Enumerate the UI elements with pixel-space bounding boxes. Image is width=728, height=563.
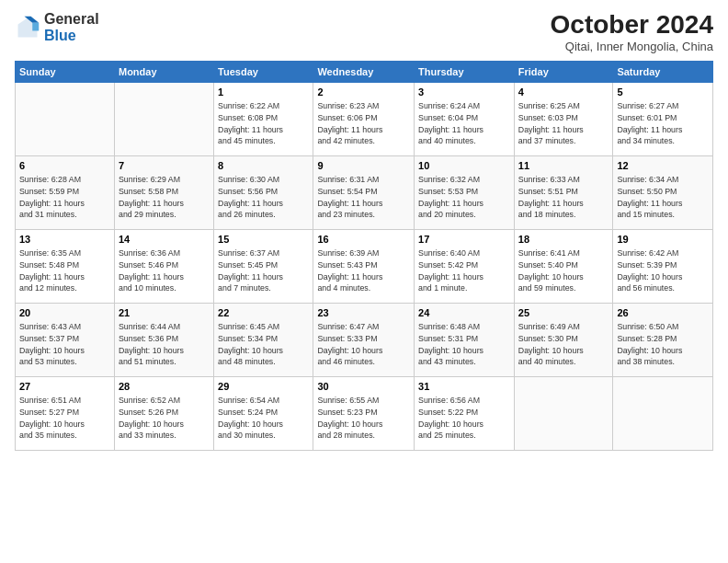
day-info: Sunrise: 6:27 AM Sunset: 6:01 PM Dayligh… xyxy=(617,100,709,147)
col-friday: Friday xyxy=(514,61,613,82)
header: General Blue October 2024 Qitai, Inner M… xyxy=(15,11,713,53)
day-info: Sunrise: 6:41 AM Sunset: 5:40 PM Dayligh… xyxy=(518,247,609,294)
col-monday: Monday xyxy=(114,61,213,82)
table-row: 14Sunrise: 6:36 AM Sunset: 5:46 PM Dayli… xyxy=(114,229,213,303)
day-info: Sunrise: 6:35 AM Sunset: 5:48 PM Dayligh… xyxy=(19,247,110,294)
table-row: 18Sunrise: 6:41 AM Sunset: 5:40 PM Dayli… xyxy=(514,229,613,303)
table-row: 22Sunrise: 6:45 AM Sunset: 5:34 PM Dayli… xyxy=(214,303,313,376)
day-info: Sunrise: 6:32 AM Sunset: 5:53 PM Dayligh… xyxy=(418,174,510,221)
day-info: Sunrise: 6:24 AM Sunset: 6:04 PM Dayligh… xyxy=(418,100,510,147)
col-sunday: Sunday xyxy=(16,61,115,82)
day-number: 8 xyxy=(218,159,309,173)
day-info: Sunrise: 6:29 AM Sunset: 5:58 PM Dayligh… xyxy=(119,174,210,221)
table-row: 15Sunrise: 6:37 AM Sunset: 5:45 PM Dayli… xyxy=(214,229,313,303)
table-row xyxy=(16,82,115,155)
title-block: October 2024 Qitai, Inner Mongolia, Chin… xyxy=(551,11,713,53)
day-info: Sunrise: 6:43 AM Sunset: 5:37 PM Dayligh… xyxy=(19,321,110,368)
calendar-week-row: 1Sunrise: 6:22 AM Sunset: 6:08 PM Daylig… xyxy=(16,82,713,155)
day-info: Sunrise: 6:56 AM Sunset: 5:22 PM Dayligh… xyxy=(418,395,510,442)
table-row: 10Sunrise: 6:32 AM Sunset: 5:53 PM Dayli… xyxy=(415,155,515,229)
day-number: 16 xyxy=(317,233,410,247)
day-number: 18 xyxy=(518,233,609,247)
table-row: 31Sunrise: 6:56 AM Sunset: 5:22 PM Dayli… xyxy=(415,376,515,450)
day-number: 26 xyxy=(617,306,709,320)
day-info: Sunrise: 6:49 AM Sunset: 5:30 PM Dayligh… xyxy=(518,321,609,368)
day-info: Sunrise: 6:34 AM Sunset: 5:50 PM Dayligh… xyxy=(617,174,709,221)
day-info: Sunrise: 6:54 AM Sunset: 5:24 PM Dayligh… xyxy=(218,395,309,442)
day-number: 13 xyxy=(19,233,110,247)
day-number: 6 xyxy=(19,159,110,173)
day-info: Sunrise: 6:23 AM Sunset: 6:06 PM Dayligh… xyxy=(317,100,410,147)
day-info: Sunrise: 6:36 AM Sunset: 5:46 PM Dayligh… xyxy=(119,247,210,294)
table-row: 17Sunrise: 6:40 AM Sunset: 5:42 PM Dayli… xyxy=(415,229,515,303)
table-row: 4Sunrise: 6:25 AM Sunset: 6:03 PM Daylig… xyxy=(514,82,613,155)
day-number: 3 xyxy=(418,86,510,99)
logo: General Blue xyxy=(15,11,99,43)
logo-text: General Blue xyxy=(44,11,99,43)
day-number: 5 xyxy=(617,86,709,99)
table-row: 5Sunrise: 6:27 AM Sunset: 6:01 PM Daylig… xyxy=(613,82,713,155)
day-number: 1 xyxy=(218,86,309,99)
calendar-week-row: 6Sunrise: 6:28 AM Sunset: 5:59 PM Daylig… xyxy=(16,155,713,229)
table-row: 8Sunrise: 6:30 AM Sunset: 5:56 PM Daylig… xyxy=(214,155,313,229)
day-info: Sunrise: 6:51 AM Sunset: 5:27 PM Dayligh… xyxy=(19,395,110,442)
day-number: 23 xyxy=(317,306,410,320)
table-row: 23Sunrise: 6:47 AM Sunset: 5:33 PM Dayli… xyxy=(313,303,415,376)
table-row: 27Sunrise: 6:51 AM Sunset: 5:27 PM Dayli… xyxy=(16,376,115,450)
table-row: 24Sunrise: 6:48 AM Sunset: 5:31 PM Dayli… xyxy=(415,303,515,376)
logo-icon xyxy=(15,15,40,40)
day-info: Sunrise: 6:48 AM Sunset: 5:31 PM Dayligh… xyxy=(418,321,510,368)
table-row: 30Sunrise: 6:55 AM Sunset: 5:23 PM Dayli… xyxy=(313,376,415,450)
table-row: 16Sunrise: 6:39 AM Sunset: 5:43 PM Dayli… xyxy=(313,229,415,303)
day-info: Sunrise: 6:50 AM Sunset: 5:28 PM Dayligh… xyxy=(617,321,709,368)
table-row: 19Sunrise: 6:42 AM Sunset: 5:39 PM Dayli… xyxy=(613,229,713,303)
table-row: 7Sunrise: 6:29 AM Sunset: 5:58 PM Daylig… xyxy=(114,155,213,229)
table-row: 20Sunrise: 6:43 AM Sunset: 5:37 PM Dayli… xyxy=(16,303,115,376)
table-row: 28Sunrise: 6:52 AM Sunset: 5:26 PM Dayli… xyxy=(114,376,213,450)
day-info: Sunrise: 6:30 AM Sunset: 5:56 PM Dayligh… xyxy=(218,174,309,221)
day-number: 22 xyxy=(218,306,309,320)
col-saturday: Saturday xyxy=(613,61,713,82)
day-info: Sunrise: 6:44 AM Sunset: 5:36 PM Dayligh… xyxy=(119,321,210,368)
table-row: 2Sunrise: 6:23 AM Sunset: 6:06 PM Daylig… xyxy=(313,82,415,155)
day-number: 30 xyxy=(317,380,410,394)
day-number: 28 xyxy=(119,380,210,394)
calendar-table: Sunday Monday Tuesday Wednesday Thursday… xyxy=(15,61,713,451)
day-info: Sunrise: 6:31 AM Sunset: 5:54 PM Dayligh… xyxy=(317,174,410,221)
day-number: 14 xyxy=(119,233,210,247)
table-row: 12Sunrise: 6:34 AM Sunset: 5:50 PM Dayli… xyxy=(613,155,713,229)
day-info: Sunrise: 6:40 AM Sunset: 5:42 PM Dayligh… xyxy=(418,247,510,294)
table-row: 6Sunrise: 6:28 AM Sunset: 5:59 PM Daylig… xyxy=(16,155,115,229)
day-number: 12 xyxy=(617,159,709,173)
day-number: 27 xyxy=(19,380,110,394)
table-row: 9Sunrise: 6:31 AM Sunset: 5:54 PM Daylig… xyxy=(313,155,415,229)
calendar-week-row: 27Sunrise: 6:51 AM Sunset: 5:27 PM Dayli… xyxy=(16,376,713,450)
table-row xyxy=(613,376,713,450)
day-info: Sunrise: 6:39 AM Sunset: 5:43 PM Dayligh… xyxy=(317,247,410,294)
day-info: Sunrise: 6:47 AM Sunset: 5:33 PM Dayligh… xyxy=(317,321,410,368)
day-number: 31 xyxy=(418,380,510,394)
calendar-header-row: Sunday Monday Tuesday Wednesday Thursday… xyxy=(16,61,713,82)
table-row: 25Sunrise: 6:49 AM Sunset: 5:30 PM Dayli… xyxy=(514,303,613,376)
table-row: 21Sunrise: 6:44 AM Sunset: 5:36 PM Dayli… xyxy=(114,303,213,376)
day-number: 15 xyxy=(218,233,309,247)
day-info: Sunrise: 6:55 AM Sunset: 5:23 PM Dayligh… xyxy=(317,395,410,442)
table-row xyxy=(514,376,613,450)
day-number: 20 xyxy=(19,306,110,320)
month-title: October 2024 xyxy=(551,11,713,40)
day-info: Sunrise: 6:22 AM Sunset: 6:08 PM Dayligh… xyxy=(218,100,309,147)
page: General Blue October 2024 Qitai, Inner M… xyxy=(0,0,728,563)
day-number: 2 xyxy=(317,86,410,99)
day-info: Sunrise: 6:52 AM Sunset: 5:26 PM Dayligh… xyxy=(119,395,210,442)
day-number: 17 xyxy=(418,233,510,247)
day-number: 4 xyxy=(518,86,609,99)
location-subtitle: Qitai, Inner Mongolia, China xyxy=(551,40,713,53)
table-row: 1Sunrise: 6:22 AM Sunset: 6:08 PM Daylig… xyxy=(214,82,313,155)
day-number: 19 xyxy=(617,233,709,247)
col-wednesday: Wednesday xyxy=(313,61,415,82)
table-row: 3Sunrise: 6:24 AM Sunset: 6:04 PM Daylig… xyxy=(415,82,515,155)
day-number: 7 xyxy=(119,159,210,173)
day-number: 10 xyxy=(418,159,510,173)
day-info: Sunrise: 6:42 AM Sunset: 5:39 PM Dayligh… xyxy=(617,247,709,294)
day-number: 24 xyxy=(418,306,510,320)
